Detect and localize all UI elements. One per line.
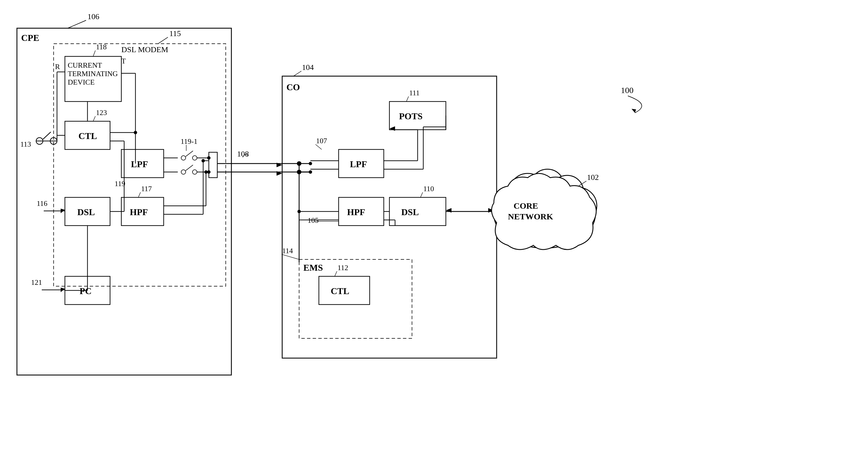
ref-123: 123 (96, 108, 107, 117)
ref-107: 107 (316, 137, 327, 145)
ref-105: 105 (308, 216, 318, 225)
svg-point-48 (207, 156, 211, 160)
t-label: T (121, 57, 126, 65)
ref-119: 119 (115, 180, 125, 188)
hpf-co-label: HPF (347, 207, 365, 217)
ref-113: 113 (20, 140, 31, 148)
svg-rect-0 (0, 0, 868, 474)
cpe-label: CPE (21, 33, 39, 43)
co-label: CO (286, 82, 300, 92)
dsl-cpe-label: DSL (77, 207, 95, 217)
lpf-cpe-label: LPF (131, 159, 148, 169)
ref-116: 116 (37, 199, 48, 207)
hpf-cpe-label: HPF (130, 207, 148, 217)
core-network-label2: NETWORK (508, 212, 553, 221)
pc-label: PC (80, 286, 92, 296)
ref-118: 118 (96, 43, 107, 51)
svg-point-100 (298, 210, 301, 213)
ctl-co-label: CTL (331, 286, 349, 296)
r-label: R (55, 63, 60, 71)
lpf-co-label: LPF (350, 159, 367, 169)
dsl-co-label: DSL (401, 207, 419, 217)
pots-label: POTS (399, 111, 423, 121)
ctl-cpe-label: CTL (79, 131, 97, 141)
ref-104: 104 (302, 63, 314, 72)
ctd-label-line1: CURRENT (68, 61, 102, 69)
ref-119-1: 119-1 (181, 137, 197, 145)
ref-102: 102 (587, 173, 599, 181)
svg-point-57 (202, 159, 205, 162)
ref-110: 110 (423, 185, 434, 193)
ref-112: 112 (338, 264, 348, 272)
diagram-container: CPE 106 DSL MODEM 115 CURRENT TERMINATIN… (0, 0, 868, 474)
ref-117: 117 (141, 185, 152, 193)
ref-111: 111 (409, 89, 420, 97)
ref-114: 114 (282, 247, 293, 255)
core-network-label: CORE (514, 201, 538, 210)
ref-106: 106 (88, 12, 99, 21)
svg-point-56 (204, 170, 208, 174)
ref-100: 100 (621, 86, 633, 95)
ctd-label-line3: DEVICE (68, 78, 95, 86)
svg-point-31 (134, 131, 137, 134)
ref-121: 121 (31, 278, 42, 286)
ctd-label-line2: TERMINATING (68, 70, 118, 78)
ref-115: 115 (169, 29, 181, 38)
dsl-modem-label: DSL MODEM (121, 45, 168, 54)
ems-label: EMS (303, 263, 323, 273)
